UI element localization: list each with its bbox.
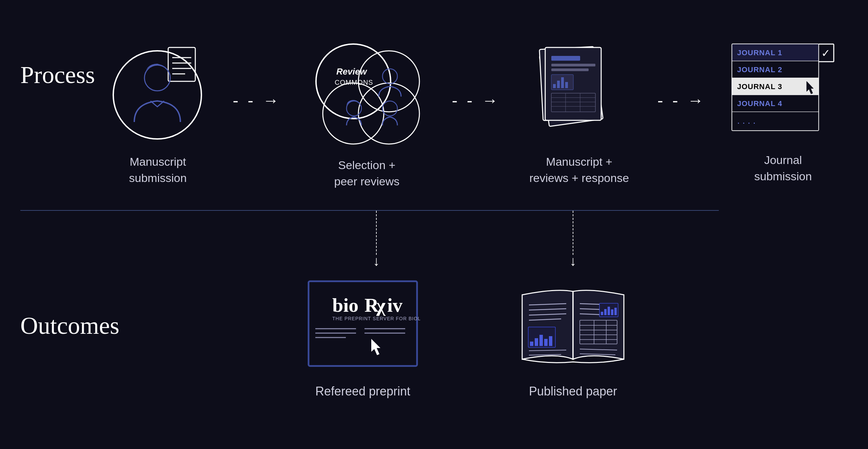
outcome-label-published: Published paper xyxy=(529,384,617,399)
section-divider xyxy=(20,210,719,211)
svg-text:JOURNAL 3: JOURNAL 3 xyxy=(737,82,782,91)
svg-rect-37 xyxy=(561,77,564,88)
svg-rect-98 xyxy=(604,309,607,315)
step-label-journal-submission: Journalsubmission xyxy=(754,152,812,184)
svg-text:. . . .: . . . . xyxy=(737,115,755,126)
step-label-reviews-response: Manuscript +reviews + response xyxy=(529,154,629,186)
step-journal-submission: ✓ JOURNAL 1 JOURNAL 2 JOURNAL 3 JOURNAL xyxy=(730,42,835,184)
svg-text:COMMONS: COMMONS xyxy=(335,79,373,86)
stacked-docs-icon xyxy=(525,41,633,144)
biorxiv-icon: bio R χ iv THE PREPRINT SERVER FOR BIOLO… xyxy=(305,278,420,374)
vert-arrow-published: ↓ xyxy=(570,211,576,269)
process-label: Process xyxy=(20,61,95,89)
svg-rect-36 xyxy=(557,81,560,88)
svg-text:Review: Review xyxy=(336,66,367,77)
published-paper-icon xyxy=(509,278,637,374)
arrow-1: - - → xyxy=(233,91,282,109)
svg-text:THE PREPRINT SERVER FOR BIOLOG: THE PREPRINT SERVER FOR BIOLOGY xyxy=(332,316,420,321)
vert-arrow-preprint: ↓ xyxy=(373,211,380,269)
svg-rect-31 xyxy=(551,56,580,61)
svg-rect-97 xyxy=(601,312,603,315)
step-manuscript-reviews-response: Manuscript +reviews + response xyxy=(525,41,633,186)
svg-text:✓: ✓ xyxy=(821,47,830,59)
svg-rect-35 xyxy=(553,84,556,88)
arrow-3: - - → xyxy=(657,91,706,109)
svg-text:bio: bio xyxy=(332,294,358,316)
svg-text:JOURNAL 2: JOURNAL 2 xyxy=(737,65,782,74)
outcome-published-paper: Published paper xyxy=(509,278,637,399)
svg-rect-79 xyxy=(539,335,543,346)
outcome-refereed-preprint: bio R χ iv THE PREPRINT SERVER FOR BIOLO… xyxy=(305,278,420,399)
step-label-submission: Manuscriptsubmission xyxy=(129,154,187,186)
svg-point-15 xyxy=(382,101,397,116)
svg-rect-78 xyxy=(535,338,538,346)
process-row: Manuscriptsubmission - - → Rev xyxy=(95,20,848,207)
svg-text:iv: iv xyxy=(387,294,402,316)
svg-text:JOURNAL 4: JOURNAL 4 xyxy=(737,99,782,108)
journal-list-icon: ✓ JOURNAL 1 JOURNAL 2 JOURNAL 3 JOURNAL xyxy=(730,42,835,142)
step-label-peer-reviews: Selection +peer reviews xyxy=(334,157,399,189)
review-commons-icon: Review COMMONS xyxy=(306,37,428,147)
svg-rect-77 xyxy=(530,342,533,346)
svg-text:χ: χ xyxy=(376,294,386,316)
page-container: Process Outcomes ↓ ↓ xyxy=(0,0,868,449)
svg-rect-81 xyxy=(549,336,552,346)
svg-rect-99 xyxy=(608,307,610,315)
step-manuscript-submission: Manuscriptsubmission xyxy=(107,41,209,186)
outcome-label-preprint: Refereed preprint xyxy=(315,384,410,399)
svg-rect-80 xyxy=(544,339,548,346)
svg-rect-1 xyxy=(168,47,195,81)
svg-rect-32 xyxy=(551,64,595,66)
author-icon xyxy=(107,41,209,144)
step-selection-peer-reviews: Review COMMONS Selection +peer revi xyxy=(306,37,428,189)
svg-rect-100 xyxy=(611,309,613,315)
svg-point-9 xyxy=(323,83,384,144)
svg-rect-33 xyxy=(551,68,589,71)
svg-point-6 xyxy=(144,65,170,91)
svg-text:JOURNAL 1: JOURNAL 1 xyxy=(737,48,782,57)
svg-rect-38 xyxy=(565,82,568,88)
svg-rect-101 xyxy=(614,308,617,315)
outcomes-row: bio R χ iv THE PREPRINT SERVER FOR BIOLO… xyxy=(95,271,848,399)
arrow-2: - - → xyxy=(452,91,501,109)
